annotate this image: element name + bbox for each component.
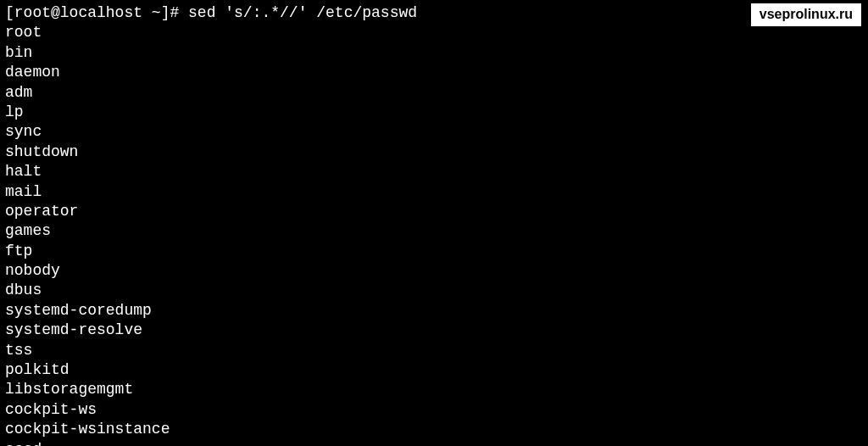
output-line: sync bbox=[5, 122, 863, 142]
output-line: dbus bbox=[5, 281, 863, 300]
output-line: systemd-coredump bbox=[5, 301, 863, 321]
output-line: games bbox=[5, 221, 863, 241]
output-line: halt bbox=[5, 162, 863, 181]
watermark-label: vseprolinux.ru bbox=[751, 3, 861, 26]
output-line: adm bbox=[5, 83, 863, 103]
output-line: operator bbox=[5, 202, 863, 221]
output-line: polkitd bbox=[5, 360, 863, 380]
output-line: ftp bbox=[5, 242, 863, 261]
output-line: mail bbox=[5, 182, 863, 202]
output-line: cockpit-ws bbox=[5, 400, 863, 420]
output-line: nobody bbox=[5, 261, 863, 281]
terminal[interactable]: [root@localhost ~]# sed 's/:.*//' /etc/p… bbox=[5, 3, 863, 446]
terminal-output: rootbindaemonadmlpsyncshutdownhaltmailop… bbox=[5, 23, 863, 446]
output-line: shutdown bbox=[5, 142, 863, 162]
output-line: lp bbox=[5, 103, 863, 122]
output-line: sssd bbox=[5, 440, 863, 446]
output-line: cockpit-wsinstance bbox=[5, 420, 863, 439]
output-line: daemon bbox=[5, 63, 863, 82]
command-prompt-line: [root@localhost ~]# sed 's/:.*//' /etc/p… bbox=[5, 3, 863, 23]
output-line: libstoragemgmt bbox=[5, 380, 863, 399]
output-line: systemd-resolve bbox=[5, 321, 863, 340]
output-line: bin bbox=[5, 43, 863, 63]
output-line: tss bbox=[5, 341, 863, 360]
output-line: root bbox=[5, 23, 863, 42]
